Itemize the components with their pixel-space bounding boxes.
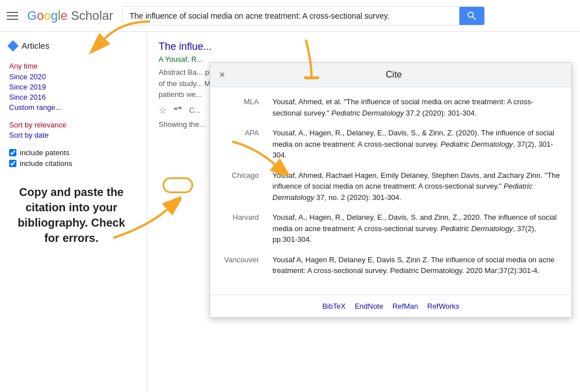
checkbox-section: include patents include citations xyxy=(9,148,138,168)
cite-apa-label: APA xyxy=(219,127,259,137)
cite-mla-row: MLA Yousaf, Ahmed, et al. "The influence… xyxy=(219,96,562,118)
annotation-text: Copy and paste the citation into your bi… xyxy=(9,185,134,246)
refworks-link[interactable]: RefWorks xyxy=(427,302,459,310)
since-2016-filter[interactable]: Since 2016 xyxy=(9,93,138,101)
cite-vancouver-text: Yousaf A, Hagen R, Delaney E, Davis S, Z… xyxy=(272,254,562,276)
time-filter-section: Any time Since 2020 Since 2019 Since 201… xyxy=(9,62,138,112)
result-title[interactable]: The influe... xyxy=(159,41,569,53)
any-time-filter[interactable]: Any time xyxy=(9,62,138,70)
search-button[interactable] xyxy=(459,7,484,25)
star-icon[interactable]: ☆ xyxy=(159,105,167,116)
cite-modal: × Cite MLA Yousaf, Ahmed, et al. "The in… xyxy=(210,62,572,318)
include-citations-label: include citations xyxy=(20,159,72,168)
include-patents-label: include patents xyxy=(20,148,69,157)
hamburger-menu[interactable] xyxy=(7,12,18,20)
custom-range-filter[interactable]: Custom range... xyxy=(9,103,138,112)
articles-label: Articles xyxy=(22,41,49,50)
refman-link[interactable]: RefMan xyxy=(393,302,419,310)
cite-body: MLA Yousaf, Ahmed, et al. "The influence… xyxy=(210,87,572,295)
cite-formats: BibTeX EndNote RefMan RefWorks xyxy=(210,295,572,317)
cite-chicago-row: Chicago Yousaf, Ahmed, Rachael Hagen, Em… xyxy=(219,170,562,203)
header: Google Scholar The influence of social m… xyxy=(0,0,580,32)
cite-apa-row: APA Yousaf, A., Hagen, R., Delaney, E., … xyxy=(219,127,562,161)
diamond-icon xyxy=(7,40,19,52)
include-patents-row: include patents xyxy=(9,148,138,157)
cite-close-button[interactable]: × xyxy=(219,70,225,80)
bibtex-link[interactable]: BibTeX xyxy=(322,302,346,310)
cite-vancouver-label: Vancouver xyxy=(219,254,259,264)
sidebar: Articles Any time Since 2020 Since 2019 … xyxy=(0,32,147,392)
cite-title: Cite xyxy=(225,70,562,80)
search-input[interactable]: The influence of social media on acne tr… xyxy=(123,7,459,25)
cite-vancouver-row: Vancouver Yousaf A, Hagen R, Delaney E, … xyxy=(219,254,562,276)
cite-harvard-text: Yousaf, A., Hagen, R., Delaney, E., Davi… xyxy=(272,212,562,245)
cited-by-link[interactable]: C... xyxy=(189,106,201,114)
cite-apa-text: Yousaf, A., Hagen, R., Delaney, E., Davi… xyxy=(272,127,562,161)
sort-section: Sort by relevance Sort by date xyxy=(9,121,138,139)
cite-chicago-text: Yousaf, Ahmed, Rachael Hagen, Emily Dela… xyxy=(272,170,562,203)
sort-by-relevance[interactable]: Sort by relevance xyxy=(9,121,138,129)
sort-by-date[interactable]: Sort by date xyxy=(9,131,138,139)
since-2019-filter[interactable]: Since 2019 xyxy=(9,83,138,91)
cite-mla-label: MLA xyxy=(219,96,259,106)
include-patents-checkbox[interactable] xyxy=(9,149,16,156)
search-icon xyxy=(466,10,477,22)
cite-quote-icon[interactable]: ❝❞ xyxy=(173,105,182,114)
cite-chicago-label: Chicago xyxy=(219,170,259,180)
since-2020-filter[interactable]: Since 2020 xyxy=(9,73,138,81)
cite-harvard-label: Harvard xyxy=(219,212,259,221)
logo: Google Scholar xyxy=(27,8,113,23)
cite-header: × Cite xyxy=(210,63,572,87)
cite-harvard-row: Harvard Yousaf, A., Hagen, R., Delaney, … xyxy=(219,212,562,245)
endnote-link[interactable]: EndNote xyxy=(355,302,383,310)
cite-mla-text: Yousaf, Ahmed, et al. "The influence of … xyxy=(272,96,562,118)
include-citations-checkbox[interactable] xyxy=(9,160,16,167)
sidebar-articles[interactable]: Articles xyxy=(9,41,138,50)
search-bar: The influence of social media on acne tr… xyxy=(122,6,485,25)
include-citations-row: include citations xyxy=(9,159,138,168)
